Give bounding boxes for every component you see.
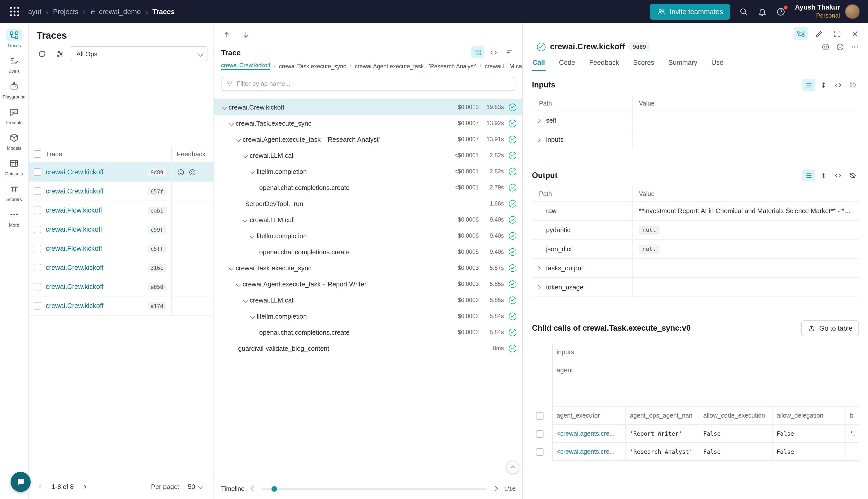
row-checkbox[interactable]: [34, 207, 41, 214]
trace-link[interactable]: crewai.Crew.kickoff: [46, 302, 104, 309]
agent-executor-link[interactable]: <crewai.agents.cre...: [557, 430, 615, 437]
code-view-button[interactable]: [487, 46, 500, 58]
trace-tree-row[interactable]: litellm.completion$0.00069.40s: [214, 228, 522, 244]
prev-page-button[interactable]: ‹: [36, 482, 45, 491]
table-view-button[interactable]: [802, 169, 815, 181]
chat-widget-button[interactable]: [11, 472, 30, 492]
trace-tree-row[interactable]: crewai.LLM.call$0.00035.85s: [214, 292, 522, 308]
output-row[interactable]: token_usage: [532, 278, 859, 297]
expand-all-button[interactable]: [817, 169, 830, 181]
select-all-checkbox[interactable]: [34, 150, 41, 158]
timeline-slider[interactable]: [262, 488, 487, 490]
sidebar-item-prompts[interactable]: Prompts: [0, 105, 28, 126]
tree-view-button[interactable]: [471, 46, 484, 58]
trace-link[interactable]: crewai.Crew.kickoff: [46, 168, 104, 176]
trace-link[interactable]: crewai.Crew.kickoff: [46, 264, 104, 271]
input-row[interactable]: self: [532, 111, 859, 130]
table-row[interactable]: <crewai.agents.cre... 'Report Writer' Fa…: [532, 425, 859, 443]
op-breadcrumb-item[interactable]: crewai.LLM.call: [485, 63, 522, 69]
go-to-table-button[interactable]: Go to table: [801, 320, 859, 336]
tab-call[interactable]: Call: [532, 55, 546, 71]
row-checkbox[interactable]: [34, 187, 41, 195]
table-row[interactable]: <crewai.agents.cre... 'Research Analyst'…: [532, 443, 859, 461]
chevron-down-icon[interactable]: [241, 299, 250, 302]
collapse-panel-button[interactable]: [506, 461, 519, 474]
trace-link[interactable]: crewai.Flow.kickoff: [46, 226, 102, 233]
row-checkbox[interactable]: [34, 283, 41, 291]
output-row[interactable]: tasks_output: [532, 259, 859, 278]
chevron-right-icon[interactable]: [532, 267, 544, 270]
column-header[interactable]: agent_executor: [557, 412, 600, 419]
chevron-right-icon[interactable]: [532, 119, 544, 122]
trace-link[interactable]: crewai.Crew.kickoff: [46, 187, 104, 195]
tab-use[interactable]: Use: [711, 55, 724, 71]
thumbs-up-smiley-icon[interactable]: [177, 168, 185, 176]
sidebar-item-more[interactable]: More: [0, 208, 28, 229]
chevron-down-icon[interactable]: [241, 154, 250, 157]
op-breadcrumb-item[interactable]: crewai.Agent.execute_task - 'Research An…: [355, 63, 476, 69]
breadcrumb-team[interactable]: ayut: [28, 8, 41, 15]
chevron-down-icon[interactable]: [248, 315, 257, 318]
op-filter-input[interactable]: [237, 81, 510, 87]
tab-code[interactable]: Code: [559, 55, 576, 71]
trace-tree-row[interactable]: litellm.completion<$0.00012.82s: [214, 163, 522, 179]
sidebar-item-datasets[interactable]: Datasets: [0, 156, 28, 178]
next-trace-button[interactable]: [240, 29, 251, 40]
input-row[interactable]: inputs: [532, 130, 859, 149]
table-row[interactable]: crewai.Crew.kickoffa17d: [29, 296, 213, 316]
next-page-button[interactable]: ›: [81, 482, 90, 491]
trace-link[interactable]: crewai.Flow.kickoff: [46, 207, 102, 214]
chevron-down-icon[interactable]: [234, 282, 243, 286]
row-checkbox[interactable]: [536, 448, 544, 455]
trace-tree-row[interactable]: openai.chat.completions.create<$0.00012.…: [214, 179, 522, 195]
invite-teammates-button[interactable]: Invite teammates: [650, 4, 730, 19]
table-row[interactable]: crewai.Flow.kickoffc5ff: [29, 239, 213, 258]
timeline-slider-handle[interactable]: [272, 486, 277, 491]
chevron-down-icon[interactable]: [241, 218, 250, 221]
avatar[interactable]: [845, 4, 860, 19]
breadcrumb-project[interactable]: crewai_demo: [90, 8, 141, 15]
tab-feedback[interactable]: Feedback: [589, 55, 620, 71]
sidebar-item-playground[interactable]: Playground: [0, 80, 28, 100]
trace-tree-row[interactable]: guardrail-validate_blog_content0ms: [214, 340, 522, 356]
trace-tree-row[interactable]: crewai.Crew.kickoff$0.001019.83s: [214, 99, 522, 115]
output-row[interactable]: json_dict null: [532, 240, 859, 259]
search-icon[interactable]: [739, 7, 749, 16]
chevron-down-icon[interactable]: [227, 266, 236, 270]
tab-summary[interactable]: Summary: [668, 55, 698, 71]
table-row[interactable]: crewai.Flow.kickoffeab1: [29, 201, 213, 220]
wandb-logo[interactable]: [8, 5, 21, 18]
previous-trace-button[interactable]: [221, 29, 232, 40]
show-tree-button[interactable]: [794, 27, 808, 40]
sidebar-item-traces[interactable]: Traces: [0, 28, 28, 49]
expand-all-button[interactable]: [817, 79, 830, 91]
hide-values-button[interactable]: [846, 169, 859, 181]
table-row[interactable]: crewai.Crew.kickoff657f: [29, 182, 213, 201]
chevron-down-icon[interactable]: [220, 106, 228, 109]
sidebar-item-models[interactable]: Models: [0, 131, 28, 152]
json-view-button[interactable]: [831, 79, 844, 91]
user-menu[interactable]: Ayush Thakur Personal: [795, 3, 860, 20]
column-settings-button[interactable]: [53, 47, 67, 61]
group-header[interactable]: inputs: [553, 348, 574, 356]
per-page-select[interactable]: 50: [183, 479, 207, 494]
op-breadcrumb-item[interactable]: crewai.Crew.kickoff: [221, 62, 270, 70]
timeline-prev-button[interactable]: [250, 485, 257, 492]
tab-scores[interactable]: Scores: [633, 55, 655, 71]
chevron-down-icon[interactable]: [234, 138, 243, 141]
agent-executor-link[interactable]: <crewai.agents.cre...: [557, 448, 615, 455]
table-row[interactable]: crewai.Flow.kickoffc59f: [29, 220, 213, 239]
feedback-smiley-icon[interactable]: [821, 42, 830, 51]
row-checkbox[interactable]: [34, 226, 41, 233]
trace-link[interactable]: crewai.Flow.kickoff: [46, 245, 102, 252]
help-icon[interactable]: [776, 7, 786, 16]
trace-tree-row[interactable]: crewai.Task.execute_sync$0.000713.92s: [214, 115, 522, 131]
row-checkbox[interactable]: [34, 264, 41, 271]
chevron-right-icon[interactable]: [532, 286, 544, 289]
sidebar-item-evals[interactable]: Evals: [0, 54, 28, 75]
sidebar-item-scorers[interactable]: Scorers: [0, 182, 28, 203]
edit-button[interactable]: [812, 27, 826, 40]
column-header[interactable]: b: [850, 412, 853, 419]
row-checkbox[interactable]: [34, 245, 41, 252]
notifications-bell-icon[interactable]: [758, 7, 767, 16]
